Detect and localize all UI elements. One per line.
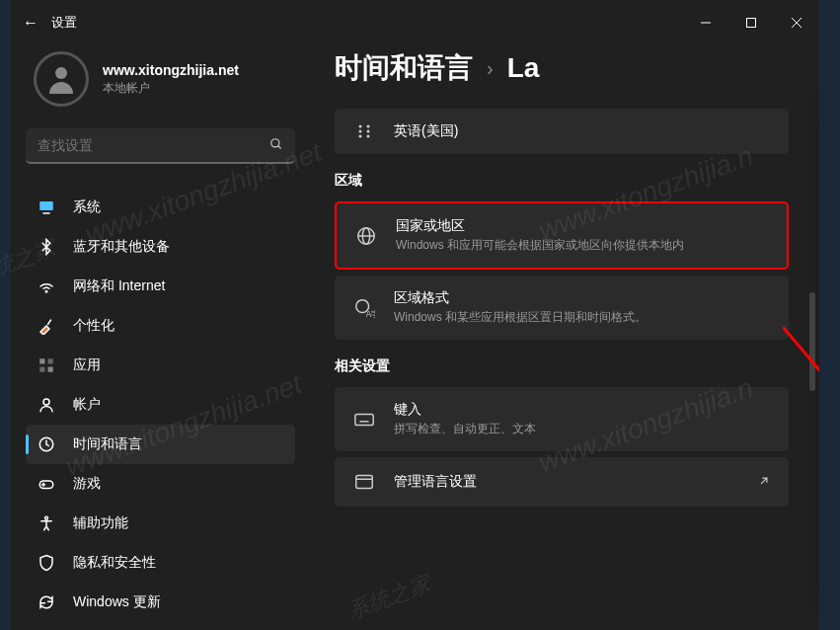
section-region-title: 区域 <box>335 172 819 190</box>
sidebar-item-label: 辅助功能 <box>73 514 128 532</box>
language-card[interactable]: 英语(美国) <box>335 109 789 154</box>
svg-point-9 <box>45 291 47 293</box>
sidebar-item-label: 网络和 Internet <box>73 277 165 295</box>
breadcrumb-current: La <box>507 52 540 84</box>
sidebar-item-6[interactable]: 时间和语言 <box>26 425 295 464</box>
search-icon <box>269 137 283 154</box>
svg-rect-31 <box>355 414 373 425</box>
svg-rect-7 <box>39 201 53 210</box>
drag-icon <box>352 123 376 139</box>
sidebar-item-4[interactable]: 应用 <box>26 346 295 385</box>
window-title: 设置 <box>51 14 77 32</box>
card-sub: Windows 和应用可能会根据国家或地区向你提供本地内 <box>396 237 684 254</box>
accessibility-icon <box>38 514 55 532</box>
minimize-button[interactable] <box>683 0 728 45</box>
breadcrumb: 时间和语言 › La <box>335 49 819 87</box>
shield-icon <box>38 554 55 572</box>
sidebar-item-label: 时间和语言 <box>73 435 142 453</box>
sidebar-item-label: Windows 更新 <box>73 593 161 611</box>
sidebar-item-label: 隐私和安全性 <box>73 554 156 572</box>
card-title: 管理语言设置 <box>394 473 477 491</box>
back-button[interactable]: ← <box>10 14 51 32</box>
person-icon <box>38 396 55 414</box>
gamepad-icon <box>38 475 55 493</box>
svg-rect-11 <box>48 358 53 363</box>
scrollbar[interactable] <box>809 292 815 391</box>
content: www.xitongzhijia.net 本地帐户 系统蓝牙和其他设备网络和 I… <box>10 45 819 630</box>
sidebar-item-5[interactable]: 帐户 <box>26 385 295 425</box>
search-input[interactable] <box>38 137 269 153</box>
card-title: 国家或地区 <box>396 217 684 235</box>
main: 时间和语言 › La 英语(美国) 区域 国家或地区Windows 和应用可能会… <box>311 45 819 630</box>
card-title: 键入 <box>394 401 536 419</box>
profile-name: www.xitongzhijia.net <box>103 62 239 78</box>
language-label: 英语(美国) <box>394 122 458 140</box>
svg-point-4 <box>55 67 67 79</box>
sidebar-item-2[interactable]: 网络和 Internet <box>26 267 295 306</box>
svg-line-6 <box>278 145 281 148</box>
profile[interactable]: www.xitongzhijia.net 本地帐户 <box>26 51 295 107</box>
update-icon <box>38 593 55 611</box>
settings-window: ← 设置 www.xitongzhijia.net 本地帐户 <box>10 0 819 630</box>
profile-sub: 本地帐户 <box>103 80 239 97</box>
nav-list: 系统蓝牙和其他设备网络和 Internet个性化应用帐户时间和语言游戏辅助功能隐… <box>26 188 295 622</box>
svg-point-21 <box>367 125 370 128</box>
keyboard-icon <box>352 409 376 431</box>
sidebar-item-9[interactable]: 隐私和安全性 <box>26 543 295 583</box>
chevron-right-icon: › <box>487 57 494 80</box>
sidebar-item-8[interactable]: 辅助功能 <box>26 504 295 543</box>
svg-point-23 <box>367 130 370 133</box>
card-title: 区域格式 <box>394 289 647 307</box>
window-icon <box>352 471 376 493</box>
titlebar: ← 设置 <box>10 0 819 45</box>
section-related-title: 相关设置 <box>335 357 819 375</box>
region-card-0[interactable]: 国家或地区Windows 和应用可能会根据国家或地区向你提供本地内 <box>335 201 789 270</box>
close-button[interactable] <box>774 0 819 45</box>
svg-text:A字: A字 <box>366 310 375 319</box>
sidebar-item-label: 帐户 <box>73 396 101 414</box>
sidebar-item-10[interactable]: Windows 更新 <box>26 583 295 622</box>
sidebar: www.xitongzhijia.net 本地帐户 系统蓝牙和其他设备网络和 I… <box>10 45 311 630</box>
sidebar-item-0[interactable]: 系统 <box>26 188 295 227</box>
maximize-button[interactable] <box>728 0 774 45</box>
globe-az-icon: A字 <box>352 297 376 319</box>
search-box[interactable] <box>26 128 295 164</box>
region-card-1[interactable]: A字区域格式Windows 和某些应用根据区置日期和时间格式。 <box>335 276 789 340</box>
svg-point-20 <box>359 125 362 128</box>
sidebar-item-label: 系统 <box>73 198 101 216</box>
svg-rect-1 <box>747 19 756 28</box>
monitor-icon <box>38 198 55 216</box>
card-sub: 拼写检查、自动更正、文本 <box>394 421 536 437</box>
svg-point-19 <box>45 516 48 519</box>
svg-point-14 <box>43 399 49 405</box>
svg-point-24 <box>359 135 362 138</box>
profile-text: www.xitongzhijia.net 本地帐户 <box>103 62 239 97</box>
sidebar-item-label: 应用 <box>73 356 101 374</box>
avatar <box>34 51 89 107</box>
external-icon <box>757 474 771 491</box>
card-sub: Windows 和某些应用根据区置日期和时间格式。 <box>394 309 647 326</box>
svg-rect-10 <box>39 358 44 363</box>
sidebar-item-7[interactable]: 游戏 <box>26 464 295 504</box>
wifi-icon <box>38 277 55 295</box>
svg-rect-12 <box>39 367 44 372</box>
bluetooth-icon <box>38 238 55 256</box>
svg-point-5 <box>271 138 279 146</box>
svg-point-22 <box>359 130 362 133</box>
sidebar-item-label: 游戏 <box>73 475 101 493</box>
related-card-1[interactable]: 管理语言设置 <box>335 457 789 507</box>
sidebar-item-1[interactable]: 蓝牙和其他设备 <box>26 227 295 267</box>
breadcrumb-time-language[interactable]: 时间和语言 <box>335 49 473 87</box>
svg-rect-13 <box>48 367 53 372</box>
brush-icon <box>38 317 55 335</box>
clock-lang-icon <box>38 435 55 453</box>
related-card-0[interactable]: 键入拼写检查、自动更正、文本 <box>335 387 789 451</box>
sidebar-item-3[interactable]: 个性化 <box>26 306 295 346</box>
sidebar-item-label: 个性化 <box>73 317 115 335</box>
globe-icon <box>354 225 378 247</box>
apps-icon <box>38 356 55 374</box>
svg-point-25 <box>367 135 370 138</box>
svg-rect-37 <box>356 476 373 489</box>
sidebar-item-label: 蓝牙和其他设备 <box>73 238 170 256</box>
